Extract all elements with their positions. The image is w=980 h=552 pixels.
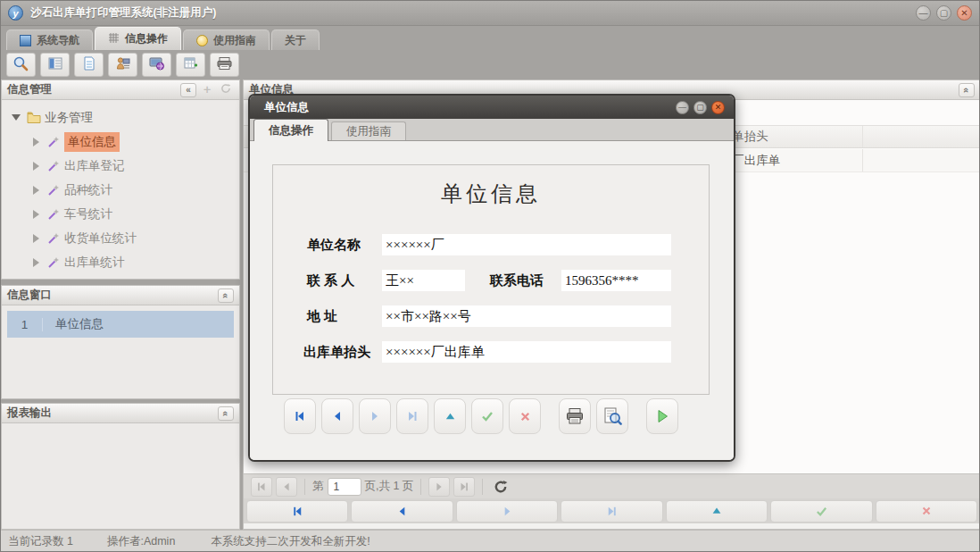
phone-field[interactable]: [561, 270, 671, 291]
tree-item-label[interactable]: 出库单登记: [64, 158, 125, 174]
tree-item-unit-info[interactable]: 单位信息: [2, 130, 239, 154]
expand-right-icon[interactable]: [29, 162, 43, 171]
page-number-input[interactable]: [328, 478, 361, 496]
panel-info-manage: 信息管理 « ＋ 业务管理 单位信息 出库单登记: [1, 79, 240, 280]
document-button[interactable]: [74, 53, 104, 77]
contact-field[interactable]: [382, 270, 465, 291]
dialog-tab-user-guide[interactable]: 使用指南: [331, 121, 406, 140]
tree-root-business[interactable]: 业务管理: [2, 105, 239, 130]
last-button[interactable]: [396, 398, 428, 434]
expand-right-icon[interactable]: [29, 138, 43, 146]
collapse-up-button[interactable]: «: [218, 406, 234, 421]
search-button[interactable]: [6, 53, 36, 77]
dialog-tab-info-operation[interactable]: 信息操作: [253, 119, 328, 141]
refresh-button[interactable]: [490, 477, 511, 497]
tab-system-nav[interactable]: 系统导航: [6, 29, 93, 50]
tab-about[interactable]: 关于: [271, 29, 320, 50]
first-button[interactable]: [284, 398, 316, 434]
screen-globe-button[interactable]: [142, 53, 171, 77]
dialog-minimize-icon[interactable]: —: [676, 101, 689, 114]
collapse-left-button[interactable]: «: [180, 83, 196, 97]
tab-info-operation[interactable]: 信息操作: [95, 27, 181, 50]
expand-right-icon[interactable]: [29, 234, 43, 243]
refresh-icon[interactable]: [218, 83, 234, 97]
prev-button[interactable]: [321, 398, 353, 434]
form-heading: 单位信息: [273, 180, 709, 208]
printer-icon: [216, 55, 233, 74]
cancel-record-button[interactable]: [876, 500, 977, 523]
minimize-icon[interactable]: —: [916, 5, 931, 21]
unit-name-field[interactable]: [382, 234, 671, 255]
first-page-button[interactable]: [251, 477, 272, 497]
tab-label: 信息操作: [125, 31, 168, 46]
tree-item-label[interactable]: 收货单位统计: [64, 230, 137, 247]
save-record-button[interactable]: [770, 500, 872, 523]
panel-title: 报表输出: [7, 406, 52, 421]
collapse-up-button[interactable]: «: [959, 83, 975, 97]
tree-root-label[interactable]: 业务管理: [45, 110, 93, 126]
tree-item-label[interactable]: 车号统计: [64, 206, 112, 222]
wand-icon: [46, 208, 61, 221]
expand-right-icon[interactable]: [29, 210, 43, 219]
add-icon[interactable]: ＋: [199, 83, 215, 97]
receipt-title-label: 出库单抬头: [303, 344, 370, 361]
folder-icon: [27, 112, 41, 123]
form-list-button[interactable]: [40, 53, 70, 77]
last-page-button[interactable]: [453, 477, 475, 497]
grid-header-empty: [863, 126, 980, 147]
business-tree: 业务管理 单位信息 出库单登记 品种统计 车号统计: [2, 100, 239, 274]
expand-down-icon[interactable]: [9, 114, 23, 121]
last-record-button[interactable]: [561, 500, 662, 523]
tab-label: 关于: [285, 33, 306, 48]
row-label[interactable]: 单位信息: [43, 316, 104, 332]
tree-item-truck-stats[interactable]: 车号统计: [2, 202, 239, 226]
next-button[interactable]: [359, 398, 391, 434]
user-report-button[interactable]: [108, 53, 137, 77]
print-preview-button[interactable]: [596, 398, 628, 434]
dialog-close-icon[interactable]: ✕: [711, 101, 725, 114]
tree-item-outbound-register[interactable]: 出库单登记: [2, 154, 239, 178]
grid-cell-empty: [863, 149, 980, 171]
table-add-button[interactable]: [176, 53, 205, 77]
tab-label: 系统导航: [37, 33, 79, 48]
tree-item-outbound-stats[interactable]: 出库单统计: [2, 250, 239, 274]
tree-item-label[interactable]: 品种统计: [64, 182, 112, 198]
cancel-button[interactable]: [509, 398, 541, 434]
print-button[interactable]: [559, 398, 591, 434]
expand-right-icon[interactable]: [29, 186, 43, 195]
divider: [482, 479, 483, 495]
pager-prefix-label: 第: [312, 479, 324, 494]
expand-right-icon[interactable]: [29, 258, 43, 267]
dialog-tab-strip: 信息操作 使用指南: [250, 119, 734, 141]
report-output-header: 报表输出 «: [2, 404, 239, 423]
tree-item-variety-stats[interactable]: 品种统计: [2, 178, 239, 202]
edit-button[interactable]: [434, 398, 466, 434]
first-record-button[interactable]: [246, 500, 348, 523]
divider: [420, 479, 421, 495]
info-window-row[interactable]: 1 单位信息: [7, 311, 234, 338]
dialog-maximize-icon[interactable]: ▢: [693, 101, 707, 114]
tab-user-guide[interactable]: 使用指南: [183, 29, 270, 50]
panel-report-output: 报表输出 «: [1, 403, 240, 530]
tree-item-receiver-stats[interactable]: 收货单位统计: [2, 226, 239, 250]
contact-label: 联 系 人: [307, 272, 354, 289]
edit-record-button[interactable]: [666, 500, 768, 523]
dialog-title-bar[interactable]: 单位信息 — ▢ ✕: [250, 96, 734, 119]
confirm-button[interactable]: [471, 398, 503, 434]
address-field[interactable]: [382, 305, 671, 327]
next-page-button[interactable]: [428, 477, 450, 497]
collapse-up-button[interactable]: «: [218, 289, 234, 303]
run-button[interactable]: [646, 398, 678, 434]
receipt-title-field[interactable]: [382, 341, 671, 363]
prev-page-button[interactable]: [276, 477, 297, 497]
printer-button[interactable]: [210, 53, 239, 77]
tree-item-label[interactable]: 出库单统计: [64, 255, 125, 271]
maximize-icon[interactable]: ▢: [936, 5, 951, 21]
tree-item-label[interactable]: 单位信息: [64, 132, 120, 152]
close-icon[interactable]: ✕: [957, 5, 972, 21]
next-record-button[interactable]: [456, 500, 558, 523]
record-nav-bar: [244, 498, 980, 523]
prev-record-button[interactable]: [351, 500, 453, 523]
operator-label: 操作者:Admin: [107, 534, 175, 549]
user-report-icon: [115, 55, 131, 74]
